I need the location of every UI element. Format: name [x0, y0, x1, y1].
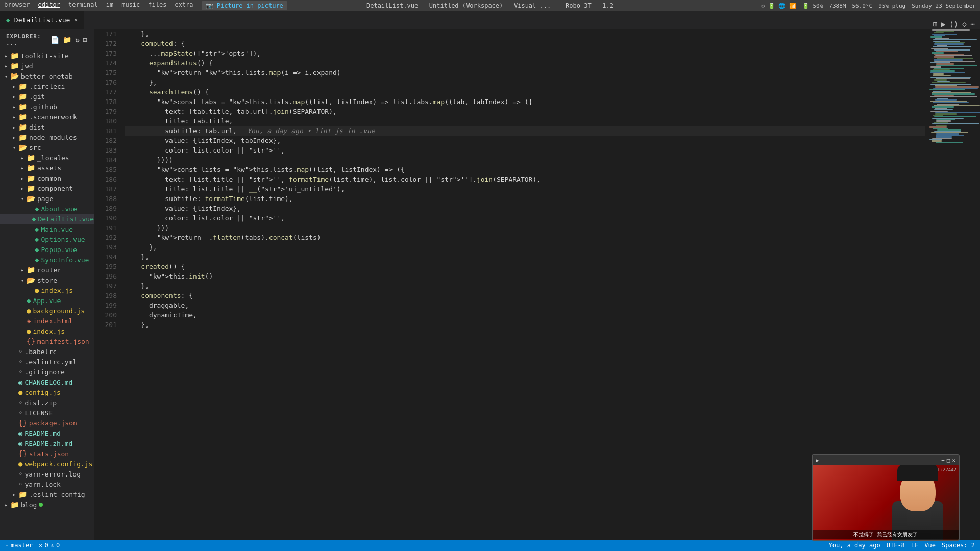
settings-icon[interactable]: ⋯ — [971, 20, 975, 28]
tree-item-.babelrc[interactable]: ◦.babelrc — [0, 346, 94, 357]
code-view[interactable]: 1711721731741751761771781791801811821831… — [94, 29, 929, 540]
error-count[interactable]: ✕ 0 ⚠ 0 — [39, 542, 60, 549]
menu-im[interactable]: im — [106, 1, 113, 10]
tree-item-src[interactable]: ▾📂src — [0, 142, 94, 153]
split-editor-icon[interactable]: ⊞ — [933, 20, 937, 28]
tree-label-router: router — [37, 266, 61, 274]
tree-item-dist.zip[interactable]: ◦dist.zip — [0, 397, 94, 408]
encoding[interactable]: UTF-8 — [887, 542, 905, 549]
tab-detaillist[interactable]: ◆ DetailList.vue ✕ — [0, 11, 84, 29]
tree-item-Main.vue[interactable]: ◆Main.vue — [0, 224, 94, 234]
new-folder-icon[interactable]: 📁 — [63, 36, 72, 44]
tree-item-manifest.json[interactable]: {}manifest.json — [0, 336, 94, 346]
tree-item-config.js[interactable]: ●config.js — [0, 387, 94, 397]
pip-window[interactable]: ▶ − □ ✕ 不觉得了 我已经有女朋友了 1:22442 — [812, 454, 960, 541]
tree-label-LICENSE: LICENSE — [24, 409, 53, 417]
tree-item-node_modules[interactable]: ▸📁node_modules — [0, 132, 94, 142]
tree-item-SyncInfo.vue[interactable]: ◆SyncInfo.vue — [0, 255, 94, 265]
tree-item-DetailList.vue[interactable]: ◆DetailList.vue — [0, 214, 94, 224]
tree-item-yarn-error.log[interactable]: ◦yarn-error.log — [0, 469, 94, 479]
code-line-201: }, — [125, 320, 925, 330]
tree-item-_locales[interactable]: ▸📁_locales — [0, 153, 94, 163]
bookmark-icon[interactable]: ◇ — [962, 20, 966, 28]
tree-item-yarn.lock[interactable]: ◦yarn.lock — [0, 479, 94, 489]
line-number-195: 195 — [99, 262, 117, 271]
tree-arrow: ▸ — [10, 124, 18, 130]
file-icon-README.zh.md: ◉ — [18, 439, 22, 447]
tree-item-.eslintrc.yml[interactable]: ◦.eslintrc.yml — [0, 357, 94, 367]
battery-stat: 95% plug — [878, 3, 905, 9]
file-icon-manifest.json: {} — [27, 337, 35, 345]
tab-vue-icon: ◆ — [6, 16, 10, 24]
tree-item-CHANGELOG.md[interactable]: ◉CHANGELOG.md — [0, 377, 94, 387]
code-lines[interactable]: }, computed: { ...mapState(["str">'opts'… — [121, 29, 929, 540]
tree-label-background.js: background.js — [33, 307, 85, 315]
tree-item-index.js-store[interactable]: ●index.js — [0, 285, 94, 295]
collapse-icon[interactable]: ⊟ — [83, 36, 88, 44]
tree-item-store[interactable]: ▾📂store — [0, 275, 94, 285]
new-file-icon[interactable]: 📄 — [51, 36, 60, 44]
code-line-175: "kw">return "kw">this.lists.map(i => i.e… — [125, 68, 925, 78]
tree-item-README.zh.md[interactable]: ◉README.zh.md — [0, 438, 94, 448]
editor-actions: ⊞ ▶ ⟨⟩ ◇ ⋯ — [927, 20, 980, 29]
pip-minimize[interactable]: − — [941, 457, 945, 464]
tree-label-scannerwork: .scannerwork — [29, 113, 77, 121]
menu-music[interactable]: music — [121, 1, 140, 10]
cursor-position[interactable]: You, a day ago — [829, 542, 880, 549]
tree-item-blog[interactable]: ▸📁blog — [0, 499, 94, 510]
tree-item-About.vue[interactable]: ◆About.vue — [0, 204, 94, 214]
tree-item-.gitignore[interactable]: ◦.gitignore — [0, 367, 94, 377]
tree-item-Options.vue[interactable]: ◆Options.vue — [0, 234, 94, 244]
run-icon[interactable]: ▶ — [941, 20, 945, 28]
menu-browser[interactable]: browser — [4, 1, 30, 10]
tree-item-router[interactable]: ▸📁router — [0, 265, 94, 275]
tree-item-stats.json[interactable]: {}stats.json — [0, 448, 94, 459]
tab-close-button[interactable]: ✕ — [74, 17, 78, 23]
tree-label-store: store — [37, 277, 57, 284]
tree-item-github[interactable]: ▸📁.github — [0, 102, 94, 112]
tree-item-dist[interactable]: ▸📁dist — [0, 122, 94, 132]
tree-item-.eslint-config[interactable]: ▸📁.eslint-config — [0, 489, 94, 499]
tree-item-assets[interactable]: ▸📁assets — [0, 163, 94, 173]
tree-item-index.html[interactable]: ◈index.html — [0, 316, 94, 326]
language[interactable]: Vue — [924, 542, 936, 549]
code-line-180: title: tab.title, — [125, 116, 925, 126]
tree-item-scannerwork[interactable]: ▸📁.scannerwork — [0, 112, 94, 122]
tree-item-LICENSE[interactable]: ◦LICENSE — [0, 408, 94, 418]
tree-item-README.md[interactable]: ◉README.md — [0, 428, 94, 438]
spaces[interactable]: Spaces: 2 — [942, 542, 975, 549]
tree-item-better-onetab[interactable]: ▾📂better-onetab — [0, 71, 94, 81]
pip-expand[interactable]: □ — [947, 457, 950, 464]
file-icon-circleci: 📁 — [18, 82, 27, 90]
tree-item-page[interactable]: ▾📂page — [0, 193, 94, 204]
tree-item-jwd[interactable]: ▸📁jwd — [0, 61, 94, 71]
tree-item-App.vue[interactable]: ◆App.vue — [0, 295, 94, 306]
pip-close[interactable]: ✕ — [952, 457, 955, 464]
tree-item-background.js[interactable]: ●background.js — [0, 306, 94, 316]
tree-label-assets: assets — [37, 164, 61, 172]
tree-item-circleci[interactable]: ▸📁.circleci — [0, 81, 94, 91]
code-line-199: draggable, — [125, 300, 925, 310]
refresh-icon[interactable]: ↻ — [75, 36, 80, 44]
tree-item-Popup.vue[interactable]: ◆Popup.vue — [0, 244, 94, 255]
git-branch[interactable]: ⑂ master — [5, 542, 33, 549]
menu-editor[interactable]: editor — [38, 1, 60, 10]
code-line-176: }, — [125, 78, 925, 87]
tree-item-git[interactable]: ▸📁.git — [0, 91, 94, 102]
tree-item-index.js[interactable]: ●index.js — [0, 326, 94, 336]
menu-extra[interactable]: extra — [175, 1, 193, 10]
menu-terminal[interactable]: terminal — [68, 1, 98, 10]
line-ending[interactable]: LF — [911, 542, 918, 549]
tree-item-common[interactable]: ▸📁common — [0, 173, 94, 183]
pip-label[interactable]: 📷 Picture in picture — [202, 1, 287, 10]
file-icon-About.vue: ◆ — [35, 205, 39, 213]
tree-item-component[interactable]: ▸📁component — [0, 183, 94, 193]
tree-item-toolkit-site[interactable]: ▸📁toolkit-site — [0, 51, 94, 61]
tray-icons: ⚙ 🔋 🌐 📶 — [761, 3, 796, 9]
tree-arrow: ▸ — [2, 502, 10, 508]
tree-item-package.json[interactable]: {}package.json — [0, 418, 94, 428]
menu-files[interactable]: files — [148, 1, 166, 10]
tree-item-webpack.config.js[interactable]: ●webpack.config.js — [0, 459, 94, 469]
file-explorer: EXPLORER: ... 📄 📁 ↻ ⊟ ▸📁toolkit-site▸📁jw… — [0, 29, 94, 540]
cursor-icon[interactable]: ⟨⟩ — [949, 20, 958, 28]
